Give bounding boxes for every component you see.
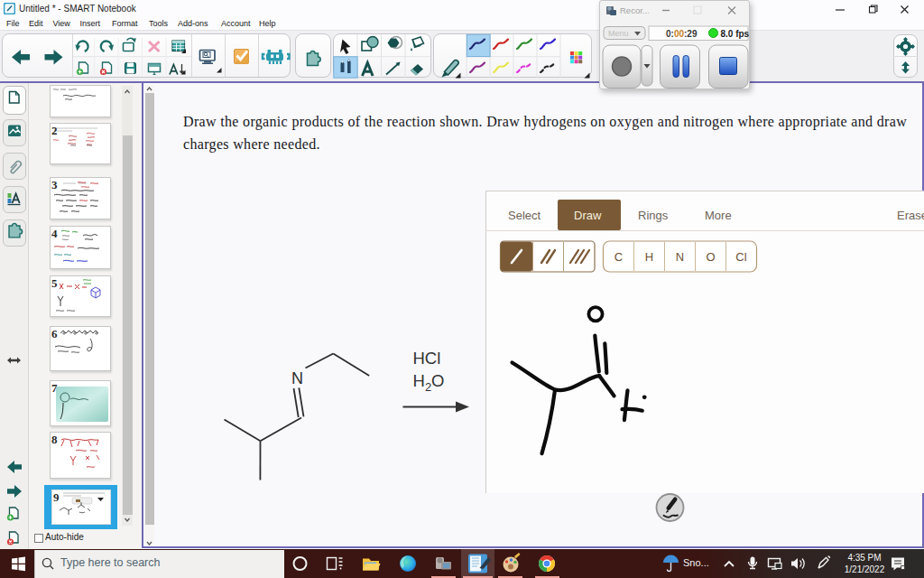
svg-text:O: O (706, 250, 715, 264)
svg-text:0:00:29: 0:00:29 (666, 29, 698, 39)
svg-text:H: H (645, 250, 653, 264)
svg-text:Cl: Cl (735, 250, 746, 264)
svg-text:N: N (291, 369, 303, 387)
svg-text:Recor...: Recor... (620, 5, 650, 15)
svg-text:8.0 fps: 8.0 fps (720, 29, 749, 39)
svg-text:Menu: Menu (608, 29, 629, 38)
svg-text:C: C (614, 250, 623, 264)
svg-text:N: N (676, 250, 684, 264)
